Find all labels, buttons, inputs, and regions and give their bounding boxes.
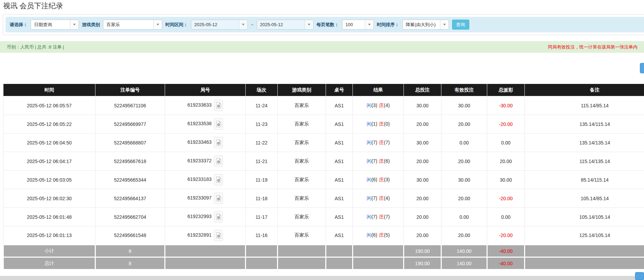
- payout-cell: -20.00: [487, 189, 525, 208]
- date-to-value: 2025-05-12: [257, 20, 305, 29]
- player-result-label: 闲: [367, 121, 371, 127]
- side-toolbar-button[interactable]: [640, 63, 644, 73]
- chevron-down-icon[interactable]: [239, 20, 247, 29]
- total-total-bet: 190.00: [404, 257, 441, 270]
- video-replay-icon[interactable]: [214, 118, 223, 130]
- time-cell: 2025-05-12 06:02:30: [3, 189, 95, 208]
- chevron-down-icon[interactable]: [153, 20, 162, 29]
- banker-score: (0): [384, 121, 390, 127]
- page-size-value: 100: [343, 20, 365, 29]
- player-score: (7): [371, 195, 377, 201]
- chevron-down-icon[interactable]: [70, 20, 79, 29]
- round-cell: 619233097: [165, 189, 246, 208]
- valid-bet-cell: 20.00: [441, 226, 487, 245]
- date-to-picker[interactable]: 2025-05-12: [257, 20, 314, 30]
- valid-bet-cell: 20.00: [441, 189, 487, 208]
- video-replay-icon[interactable]: [214, 100, 223, 111]
- valid-bet-notice-text: 同局有效投注，统一计算在该局第一张注单内: [548, 42, 637, 52]
- video-replay-icon[interactable]: [214, 211, 223, 223]
- page-size-label: 每页笔数：: [317, 22, 339, 28]
- session-cell: 11-24: [246, 96, 278, 115]
- table-no-cell: AS1: [326, 152, 353, 171]
- total-valid-bet: 140.00: [441, 257, 487, 270]
- round-cell: 619233538: [165, 115, 246, 133]
- total-bet-link[interactable]: 30.00: [404, 171, 441, 189]
- game-type-select[interactable]: 百家乐: [103, 20, 162, 30]
- game-type-cell: 百家乐: [278, 208, 326, 226]
- session-cell: 11-18: [246, 189, 278, 208]
- game-type-cell: 百家乐: [278, 189, 326, 208]
- table-no-cell: AS1: [326, 226, 353, 245]
- date-from-picker[interactable]: 2025-05-12: [191, 20, 248, 30]
- empty-cell: [525, 257, 644, 270]
- video-replay-icon[interactable]: [214, 174, 223, 185]
- subtotal-count: 8: [95, 245, 165, 257]
- bet-id-cell: 522495669977: [95, 115, 165, 133]
- session-cell: 11-17: [246, 208, 278, 226]
- remark-cell: 135.14/135.14: [525, 133, 644, 152]
- video-replay-icon[interactable]: [214, 230, 223, 241]
- sort-order-select[interactable]: 降冪(由大到小): [402, 20, 449, 30]
- chevron-down-icon[interactable]: [305, 20, 313, 29]
- subtotal-total-bet: 190.00: [404, 245, 441, 257]
- bottom-action-button[interactable]: [635, 272, 644, 280]
- header-remark: 备注: [525, 84, 644, 96]
- valid-bet-cell: 0.00: [441, 208, 487, 226]
- table-header-row: 时间 注单编号 局号 场次 游戏类别 桌号 结果 总投注 有效投注 总派彩 备注: [3, 84, 644, 96]
- round-number: 619233097: [187, 195, 212, 201]
- header-game: 游戏类别: [278, 84, 326, 96]
- table-row: 2025-05-12 06:05:57 522495671106 6192336…: [3, 96, 644, 115]
- bottom-bar: [0, 276, 644, 280]
- bet-id-cell: 522495662704: [95, 208, 165, 226]
- game-type-cell: 百家乐: [278, 171, 326, 189]
- bet-id-cell: 522495665344: [95, 171, 165, 189]
- video-replay-icon[interactable]: [214, 155, 223, 167]
- valid-bet-cell: 30.00: [441, 171, 487, 189]
- round-cell: 619233372: [165, 152, 246, 171]
- round-cell: 619232891: [165, 226, 246, 245]
- chevron-down-icon[interactable]: [440, 20, 449, 29]
- banker-score: (7): [384, 140, 390, 145]
- remark-cell: 105.14/105.14: [525, 208, 644, 226]
- game-type-value: 百家乐: [103, 20, 153, 29]
- total-bet-link[interactable]: 20.00: [404, 208, 441, 226]
- total-bet-link[interactable]: 20.00: [404, 152, 441, 171]
- round-cell: 619233463: [165, 133, 246, 152]
- video-replay-icon[interactable]: [214, 193, 223, 204]
- player-score: (6): [371, 177, 377, 182]
- session-cell: 11-22: [246, 133, 278, 152]
- empty-cell: [278, 245, 326, 257]
- game-type-cell: 百家乐: [278, 152, 326, 171]
- player-score: (7): [371, 214, 377, 219]
- game-type-cell: 百家乐: [278, 96, 326, 115]
- result-cell: 闲(7)庄(4): [353, 189, 404, 208]
- table-row: 2025-05-12 06:01:48 522495662704 6192329…: [3, 208, 644, 226]
- chevron-down-icon[interactable]: [365, 20, 374, 29]
- header-valid-bet: 有效投注: [441, 84, 487, 96]
- bet-id-cell: 522495671106: [95, 96, 165, 115]
- header-bet-id: 注单编号: [95, 84, 165, 96]
- total-bet-link[interactable]: 20.00: [404, 115, 441, 133]
- total-payout: -40.00: [487, 257, 525, 270]
- page-size-select[interactable]: 100: [342, 20, 374, 30]
- round-cell: 619233633: [165, 96, 246, 115]
- video-replay-icon[interactable]: [214, 137, 223, 148]
- table-no-cell: AS1: [326, 115, 353, 133]
- sort-order-value: 降冪(由大到小): [403, 20, 440, 29]
- player-result-label: 闲: [367, 158, 371, 164]
- header-table-no: 桌号: [326, 84, 353, 96]
- remark-cell: 125.14/105.14: [525, 226, 644, 245]
- payout-cell: -20.00: [487, 115, 525, 133]
- table-no-cell: AS1: [326, 133, 353, 152]
- game-type-cell: 百家乐: [278, 226, 326, 245]
- result-cell: 闲(1)庄(0): [353, 115, 404, 133]
- total-bet-link[interactable]: 20.00: [404, 226, 441, 245]
- payout-cell: -30.00: [487, 96, 525, 115]
- player-score: (1): [371, 121, 377, 127]
- total-bet-link[interactable]: 30.00: [404, 133, 441, 152]
- search-button[interactable]: 查询: [452, 20, 469, 30]
- total-bet-link[interactable]: 20.00: [404, 189, 441, 208]
- query-type-select[interactable]: 日期查询: [31, 20, 79, 30]
- total-bet-link[interactable]: 30.00: [404, 96, 441, 115]
- payout-cell: 0.00: [487, 208, 525, 226]
